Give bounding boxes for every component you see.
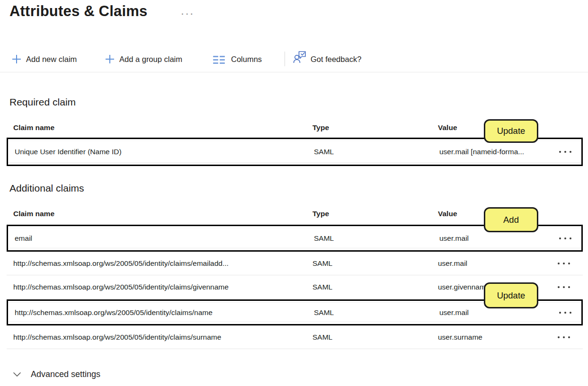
page-title: Attributes & Claims xyxy=(9,3,147,20)
column-header-claim-name: Claim name xyxy=(13,210,54,218)
cell-claim-name: http://schemas.xmlsoap.org/ws/2005/05/id… xyxy=(13,283,229,291)
row-more-options-icon[interactable] xyxy=(559,236,571,241)
row-more-options-icon[interactable] xyxy=(558,284,570,290)
cell-type: SAML xyxy=(314,308,334,317)
cell-value: user.mail xyxy=(439,234,469,243)
column-header-type: Type xyxy=(312,210,329,218)
cell-type: SAML xyxy=(312,333,332,342)
cell-value: user.mail [nameid-forma... xyxy=(439,148,524,156)
cell-claim-name: Unique User Identifier (Name ID) xyxy=(15,148,122,156)
cell-claim-name: http://schemas.xmlsoap.org/ws/2005/05/id… xyxy=(13,259,229,268)
attributes-claims-page: Attributes & Claims ··· Add new claim Ad… xyxy=(0,0,588,386)
add-group-claim-button[interactable]: Add a group claim xyxy=(119,54,182,64)
columns-icon xyxy=(213,56,225,66)
annotation-update-badge: Update xyxy=(484,119,538,143)
cell-type: SAML xyxy=(314,148,334,156)
cell-claim-name: http://schemas.xmlsoap.org/ws/2005/05/id… xyxy=(15,308,213,317)
cell-value: user.mail xyxy=(439,308,469,317)
cell-value: user.givenname xyxy=(438,283,490,291)
plus-icon xyxy=(105,54,115,66)
cell-type: SAML xyxy=(312,283,332,291)
toolbar-divider xyxy=(0,72,588,72)
table-row-emailaddress[interactable]: http://schemas.xmlsoap.org/ws/2005/05/id… xyxy=(7,252,583,275)
required-claim-heading: Required claim xyxy=(9,96,76,108)
cell-claim-name: http://schemas.xmlsoap.org/ws/2005/05/id… xyxy=(13,333,221,342)
advanced-settings-toggle[interactable]: Advanced settings xyxy=(13,369,100,379)
columns-button[interactable]: Columns xyxy=(231,54,262,64)
row-more-options-icon[interactable] xyxy=(559,310,571,316)
more-options-icon[interactable]: ··· xyxy=(181,9,195,19)
row-more-options-icon[interactable] xyxy=(559,149,571,155)
toolbar-separator xyxy=(285,52,285,66)
column-header-value: Value xyxy=(438,210,457,218)
column-header-value: Value xyxy=(438,123,457,132)
cell-value: user.surname xyxy=(438,333,482,342)
table-row-surname[interactable]: http://schemas.xmlsoap.org/ws/2005/05/id… xyxy=(7,325,583,349)
plus-icon xyxy=(12,54,21,66)
annotation-update-badge: Update xyxy=(484,282,538,308)
chevron-down-icon xyxy=(13,372,21,377)
additional-claims-heading: Additional claims xyxy=(9,183,84,194)
cell-type: SAML xyxy=(312,259,332,268)
advanced-settings-label: Advanced settings xyxy=(31,369,100,379)
cell-claim-name: email xyxy=(15,234,32,243)
column-header-type: Type xyxy=(312,123,329,132)
add-new-claim-button[interactable]: Add new claim xyxy=(26,54,77,64)
column-header-claim-name: Claim name xyxy=(13,123,54,132)
feedback-icon xyxy=(293,51,306,66)
row-more-options-icon[interactable] xyxy=(558,334,570,340)
annotation-add-badge: Add xyxy=(484,207,538,232)
got-feedback-button[interactable]: Got feedback? xyxy=(311,54,361,64)
cell-type: SAML xyxy=(314,234,334,243)
cell-value: user.mail xyxy=(438,259,467,268)
row-more-options-icon[interactable] xyxy=(558,261,570,266)
